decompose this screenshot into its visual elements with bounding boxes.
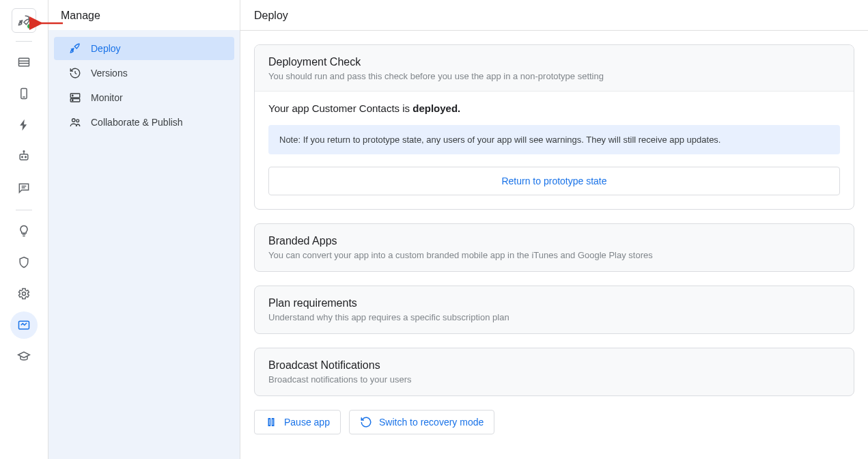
branded-apps-card[interactable]: Branded Apps You can convert your app in… <box>254 223 854 272</box>
card-title: Branded Apps <box>268 235 840 247</box>
phone-icon <box>17 87 31 100</box>
sidebar-item-versions[interactable]: Versions <box>54 61 234 85</box>
svg-point-6 <box>22 156 23 158</box>
plan-requirements-card[interactable]: Plan requirements Understand why this ap… <box>254 286 854 334</box>
history-icon <box>69 67 81 79</box>
card-subtitle: Broadcast notifications to your users <box>268 374 840 385</box>
svg-point-18 <box>72 95 74 96</box>
deployment-check-card: Deployment Check You should run and pass… <box>254 44 854 210</box>
monitor-icon <box>69 92 81 104</box>
sidebar-item-deploy[interactable]: Deploy <box>54 37 234 60</box>
button-label: Switch to recovery mode <box>379 417 484 428</box>
card-subtitle: You can convert your app into a custom b… <box>268 250 840 260</box>
card-title: Plan requirements <box>268 297 840 309</box>
rail-learn-button[interactable] <box>10 343 38 370</box>
sidebar-item-label: Versions <box>91 68 222 79</box>
svg-point-12 <box>23 292 26 296</box>
rail-divider <box>16 210 32 210</box>
return-to-prototype-button[interactable]: Return to prototype state <box>268 167 840 195</box>
rail-divider <box>16 41 32 42</box>
lightbulb-icon <box>17 224 31 238</box>
rail-manage-button[interactable] <box>10 311 38 339</box>
graduation-cap-icon <box>17 350 31 363</box>
svg-point-19 <box>72 100 74 101</box>
action-row: Pause app Switch to recovery mode <box>254 410 854 434</box>
users-icon <box>69 116 81 128</box>
table-icon <box>17 55 31 69</box>
rail-security-button[interactable] <box>10 249 38 276</box>
page-title: Deploy <box>240 0 868 31</box>
rail-intelligence-button[interactable] <box>10 217 38 245</box>
svg-rect-23 <box>272 419 274 426</box>
icon-rail <box>0 0 48 459</box>
prototype-warning-note: Note: If you return to prototype state, … <box>268 125 840 154</box>
chat-icon <box>17 181 31 195</box>
rail-actions-button[interactable] <box>10 111 38 139</box>
rail-views-button[interactable] <box>10 80 38 107</box>
sub-sidebar-title: Manage <box>48 0 240 30</box>
recovery-mode-button[interactable]: Switch to recovery mode <box>349 410 494 434</box>
card-subtitle: Understand why this app requires a speci… <box>268 312 840 322</box>
bolt-icon <box>17 118 31 132</box>
sub-sidebar: Manage Deploy Versions Monitor Collabora… <box>48 0 240 459</box>
gear-icon <box>17 287 31 301</box>
card-subtitle: You should run and pass this check befor… <box>268 71 840 81</box>
button-label: Pause app <box>284 417 330 428</box>
rail-settings-button[interactable] <box>10 280 38 307</box>
rail-chat-button[interactable] <box>10 174 38 201</box>
sidebar-item-label: Deploy <box>91 43 222 54</box>
svg-rect-0 <box>19 58 29 66</box>
rocket-icon <box>69 42 81 55</box>
sidebar-item-monitor[interactable]: Monitor <box>54 86 234 109</box>
svg-point-9 <box>23 151 25 152</box>
recovery-icon <box>360 416 372 428</box>
broadcast-notifications-card[interactable]: Broadcast Notifications Broadcast notifi… <box>254 348 854 396</box>
card-title: Deployment Check <box>268 56 840 68</box>
svg-line-15 <box>75 73 76 74</box>
card-title: Broadcast Notifications <box>268 359 840 372</box>
sidebar-item-collaborate[interactable]: Collaborate & Publish <box>54 111 234 134</box>
manage-icon <box>17 318 31 332</box>
rail-automation-button[interactable] <box>10 143 38 170</box>
robot-icon <box>17 150 31 163</box>
sidebar-item-label: Collaborate & Publish <box>91 117 222 128</box>
rail-data-button[interactable] <box>10 48 38 76</box>
sidebar-item-label: Monitor <box>91 92 222 103</box>
pause-app-button[interactable]: Pause app <box>254 410 341 434</box>
svg-point-21 <box>76 120 79 122</box>
svg-rect-22 <box>268 419 270 426</box>
svg-point-7 <box>25 156 27 158</box>
main-area: Deploy Deployment Check You should run a… <box>240 0 868 459</box>
shield-icon <box>17 255 31 269</box>
status-dot-icon <box>27 23 33 29</box>
rail-app-status-button[interactable] <box>12 8 36 33</box>
deployment-status-text: Your app Customer Contacts is deployed. <box>268 102 840 114</box>
pause-icon <box>265 416 277 428</box>
svg-point-20 <box>72 119 76 122</box>
